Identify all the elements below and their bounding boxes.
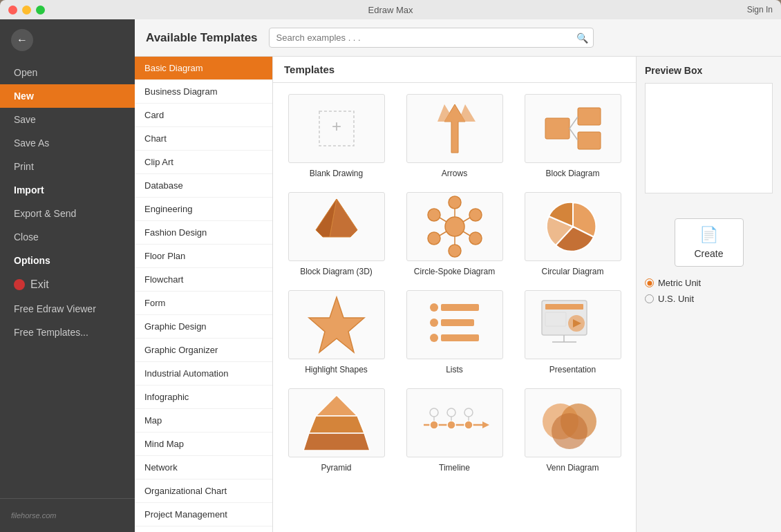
svg-line-25 [440, 218, 446, 222]
template-thumb-lists [406, 290, 503, 359]
template-blank-drawing[interactable]: + Blank Drawing [284, 94, 388, 178]
category-item-fashion-design[interactable]: Fashion Design [135, 221, 272, 245]
sidebar-item-new[interactable]: New [0, 84, 135, 108]
category-item-chart[interactable]: Chart [135, 127, 272, 151]
us-label: U.S. Unit [658, 294, 694, 304]
us-radio[interactable] [645, 294, 654, 303]
close-window-button[interactable] [8, 6, 17, 15]
create-button[interactable]: 📄 Create [675, 218, 744, 267]
sidebar-item-save[interactable]: Save [0, 108, 135, 131]
us-unit-option[interactable]: U.S. Unit [645, 294, 773, 304]
template-presentation[interactable]: Presentation [520, 290, 625, 374]
create-button-area: 📄 Create [645, 218, 773, 267]
sidebar-item-save-as[interactable]: Save As [0, 131, 135, 155]
template-label-circular: Circular Diagram [541, 267, 603, 276]
svg-rect-5 [545, 118, 570, 139]
back-circle-icon[interactable]: ← [11, 29, 33, 51]
template-thumb-pyramid [288, 388, 385, 457]
svg-line-22 [463, 231, 470, 236]
svg-marker-26 [309, 297, 364, 352]
template-circular-diagram[interactable]: Circular Diagram [520, 192, 625, 276]
main-content: Available Templates 🔍 Basic Diagram Busi… [135, 19, 781, 532]
svg-line-9 [570, 129, 578, 140]
main-header: Available Templates 🔍 [135, 19, 781, 57]
metric-unit-option[interactable]: Metric Unit [645, 278, 773, 288]
sidebar-item-close[interactable]: Close [0, 225, 135, 249]
template-block-diagram[interactable]: Block Diagram [520, 94, 625, 178]
template-label-circlespoke: Circle-Spoke Diagram [414, 267, 495, 276]
template-label-highlight: Highlight Shapes [305, 365, 368, 374]
svg-point-45 [430, 421, 438, 429]
category-item-graphic-organizer[interactable]: Graphic Organizer [135, 339, 272, 362]
search-bar: 🔍 [269, 28, 594, 48]
svg-marker-41 [309, 416, 364, 433]
category-item-network[interactable]: Network [135, 456, 272, 479]
template-venn[interactable]: Venn Diagram [520, 388, 625, 473]
sidebar-item-export-send[interactable]: Export & Send [0, 202, 135, 225]
template-pyramid[interactable]: Pyramid [284, 388, 388, 473]
category-item-organizational-chart[interactable]: Organizational Chart [135, 479, 272, 503]
category-item-science[interactable]: Science [135, 526, 272, 532]
category-item-project-management[interactable]: Project Management [135, 503, 272, 526]
template-label-block3d: Block Diagram (3D) [300, 267, 373, 276]
sidebar-item-open[interactable]: Open [0, 61, 135, 84]
filehorse-logo: filehorse.com [0, 506, 135, 525]
category-list: Basic Diagram Business Diagram Card Char… [135, 57, 273, 532]
window-controls[interactable] [8, 6, 45, 15]
search-input[interactable] [269, 28, 594, 48]
svg-rect-6 [578, 108, 601, 125]
create-label: Create [694, 248, 723, 259]
sidebar: ← Open New Save Save As Print Import Exp… [0, 19, 135, 532]
category-item-industrial-automation[interactable]: Industrial Automation [135, 362, 272, 386]
template-arrows[interactable]: Arrows [402, 94, 507, 178]
svg-rect-32 [441, 334, 479, 341]
templates-header: Templates [273, 57, 636, 83]
sidebar-item-exit[interactable]: Exit [0, 272, 135, 297]
back-button[interactable]: ← [0, 19, 135, 61]
category-item-card[interactable]: Card [135, 104, 272, 127]
svg-point-46 [447, 421, 455, 429]
category-item-business-diagram[interactable]: Business Diagram [135, 80, 272, 104]
category-item-clip-art[interactable]: Clip Art [135, 151, 272, 174]
svg-rect-7 [578, 132, 601, 149]
category-item-graphic-design[interactable]: Graphic Design [135, 315, 272, 339]
metric-radio[interactable] [645, 278, 654, 287]
sign-in-button[interactable]: Sign In [747, 5, 773, 15]
sidebar-item-free-templates[interactable]: Free Templates... [0, 321, 135, 344]
svg-rect-35 [545, 312, 566, 326]
category-item-basic-diagram[interactable]: Basic Diagram [135, 57, 272, 80]
template-label-lists: Lists [446, 365, 463, 374]
category-item-database[interactable]: Database [135, 174, 272, 198]
category-item-engineering[interactable]: Engineering [135, 198, 272, 221]
category-item-flowchart[interactable]: Flowchart [135, 268, 272, 292]
template-thumb-presentation [525, 290, 621, 359]
sidebar-item-free-edraw[interactable]: Free Edraw Viewer [0, 297, 135, 321]
sidebar-item-options[interactable]: Options [0, 249, 135, 272]
svg-text:+: + [331, 117, 341, 135]
template-block-diagram-3d[interactable]: Block Diagram (3D) [284, 192, 388, 276]
svg-point-49 [447, 408, 455, 417]
template-lists[interactable]: Lists [402, 290, 507, 374]
category-item-floor-plan[interactable]: Floor Plan [135, 245, 272, 268]
category-item-form[interactable]: Form [135, 292, 272, 315]
category-item-mind-map[interactable]: Mind Map [135, 433, 272, 456]
category-item-map[interactable]: Map [135, 409, 272, 433]
category-item-infographic[interactable]: Infographic [135, 386, 272, 409]
minimize-window-button[interactable] [22, 6, 31, 15]
svg-point-56 [552, 413, 587, 449]
svg-point-19 [428, 209, 440, 221]
template-thumb-circlespoke [406, 192, 503, 261]
template-thumb-block3d [288, 192, 385, 261]
template-timeline[interactable]: Timeline [402, 388, 507, 473]
svg-point-13 [445, 217, 464, 236]
exit-icon [14, 279, 25, 290]
template-thumb-venn [525, 388, 621, 457]
maximize-window-button[interactable] [36, 6, 45, 15]
sidebar-item-import[interactable]: Import [0, 178, 135, 202]
template-highlight-shapes[interactable]: Highlight Shapes [284, 290, 388, 374]
templates-main: Templates + Blank Drawing [273, 57, 636, 532]
template-thumb-block [525, 94, 621, 163]
templates-grid-container: + Blank Drawing [273, 83, 636, 532]
sidebar-item-print[interactable]: Print [0, 155, 135, 178]
template-circle-spoke[interactable]: Circle-Spoke Diagram [402, 192, 507, 276]
